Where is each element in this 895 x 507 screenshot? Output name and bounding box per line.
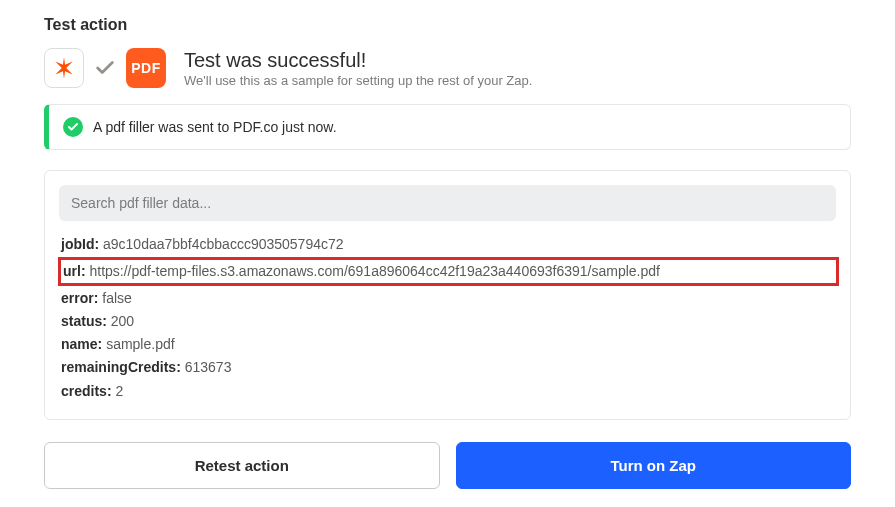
key-status: status: — [61, 313, 107, 329]
val-status: 200 — [111, 313, 134, 329]
retest-button[interactable]: Retest action — [44, 442, 440, 489]
data-row-remaining-credits: remainingCredits: 613673 — [61, 356, 836, 379]
banner-text: A pdf filler was sent to PDF.co just now… — [93, 119, 337, 135]
key-remaining-credits: remainingCredits: — [61, 359, 181, 375]
key-jobid: jobId: — [61, 236, 99, 252]
key-name: name: — [61, 336, 102, 352]
data-row-status: status: 200 — [61, 310, 836, 333]
key-credits: credits: — [61, 383, 112, 399]
val-remaining-credits: 613673 — [185, 359, 232, 375]
button-row: Retest action Turn on Zap — [44, 442, 851, 489]
val-name: sample.pdf — [106, 336, 174, 352]
highlighted-row: url: https://pdf-temp-files.s3.amazonaws… — [58, 257, 839, 286]
search-input[interactable] — [59, 185, 836, 221]
success-banner: A pdf filler was sent to PDF.co just now… — [44, 104, 851, 150]
val-jobid: a9c10daa7bbf4cbbaccc903505794c72 — [103, 236, 344, 252]
success-subtitle: We'll use this as a sample for setting u… — [184, 73, 532, 88]
pdf-icon: PDF — [126, 48, 166, 88]
val-credits: 2 — [115, 383, 123, 399]
header-text: Test was successful! We'll use this as a… — [184, 49, 532, 88]
zapier-icon — [44, 48, 84, 88]
val-url: https://pdf-temp-files.s3.amazonaws.com/… — [89, 263, 660, 279]
results-box: jobId: a9c10daa7bbf4cbbaccc903505794c72 … — [44, 170, 851, 420]
val-error: false — [102, 290, 132, 306]
key-error: error: — [61, 290, 98, 306]
success-title: Test was successful! — [184, 49, 532, 72]
data-row-error: error: false — [61, 287, 836, 310]
data-row-url: url: https://pdf-temp-files.s3.amazonaws… — [63, 260, 834, 283]
checkmark-icon — [94, 57, 116, 79]
data-row-jobid: jobId: a9c10daa7bbf4cbbaccc903505794c72 — [61, 233, 836, 256]
header-row: PDF Test was successful! We'll use this … — [44, 48, 851, 88]
turn-on-zap-button[interactable]: Turn on Zap — [456, 442, 852, 489]
data-rows: jobId: a9c10daa7bbf4cbbaccc903505794c72 … — [59, 233, 836, 403]
key-url: url: — [63, 263, 86, 279]
section-title: Test action — [44, 16, 851, 34]
data-row-credits: credits: 2 — [61, 380, 836, 403]
check-circle-icon — [63, 117, 83, 137]
data-row-name: name: sample.pdf — [61, 333, 836, 356]
